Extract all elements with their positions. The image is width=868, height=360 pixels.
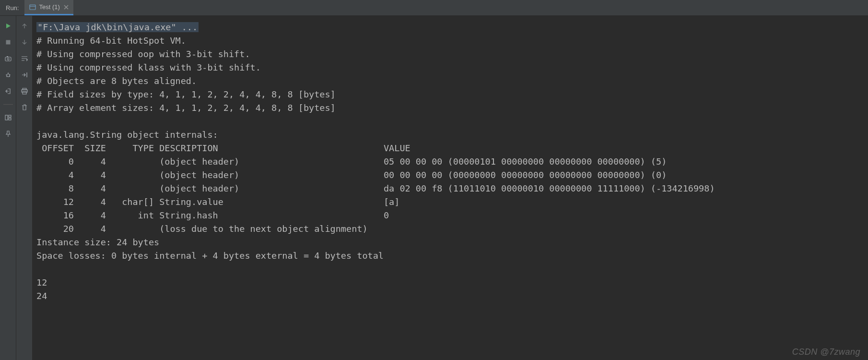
content-wrap: "F:\Java jdk\bin\java.exe" ... # Running… — [0, 16, 868, 360]
svg-rect-0 — [30, 5, 35, 10]
console-output[interactable]: "F:\Java jdk\bin\java.exe" ... # Running… — [33, 16, 868, 360]
svg-rect-13 — [9, 115, 11, 117]
svg-rect-12 — [5, 115, 8, 120]
run-tab-label: Test (1) — [39, 3, 59, 11]
stop-icon[interactable] — [3, 37, 13, 48]
svg-line-10 — [6, 76, 7, 77]
wrap-icon[interactable] — [19, 53, 30, 64]
run-label: Run: — [0, 0, 24, 15]
separator — [3, 104, 13, 105]
run-tab[interactable]: Test (1) — [24, 0, 73, 15]
arrow-up-icon[interactable] — [19, 21, 30, 31]
close-icon[interactable] — [63, 4, 70, 11]
console-command: "F:\Java jdk\bin\java.exe" ... — [36, 22, 199, 32]
scroll-icon[interactable] — [19, 70, 30, 80]
gutter-left — [0, 16, 16, 360]
svg-line-11 — [9, 76, 10, 77]
gutter-mid — [16, 16, 33, 360]
camera-icon[interactable] — [3, 53, 13, 64]
layout-icon[interactable] — [3, 112, 13, 123]
print-icon[interactable] — [19, 86, 30, 96]
svg-rect-3 — [5, 57, 11, 61]
svg-point-4 — [7, 58, 9, 60]
pin-icon[interactable] — [3, 129, 13, 139]
arrow-down-icon[interactable] — [19, 37, 30, 48]
run-config-icon — [29, 4, 36, 11]
watermark: CSDN @7zwang — [792, 347, 860, 357]
play-icon[interactable] — [3, 21, 13, 31]
svg-rect-14 — [9, 118, 11, 120]
bug-icon[interactable] — [3, 70, 13, 80]
exit-icon[interactable] — [3, 86, 13, 96]
run-header: Run: Test (1) — [0, 0, 868, 16]
svg-rect-5 — [7, 56, 8, 57]
trash-icon[interactable] — [19, 102, 30, 113]
svg-rect-2 — [6, 40, 10, 45]
